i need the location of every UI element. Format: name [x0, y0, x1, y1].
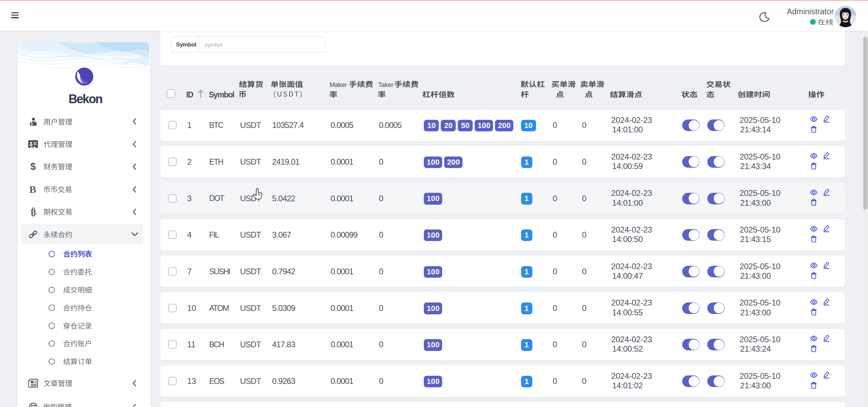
svg-text:B: B: [31, 208, 36, 217]
